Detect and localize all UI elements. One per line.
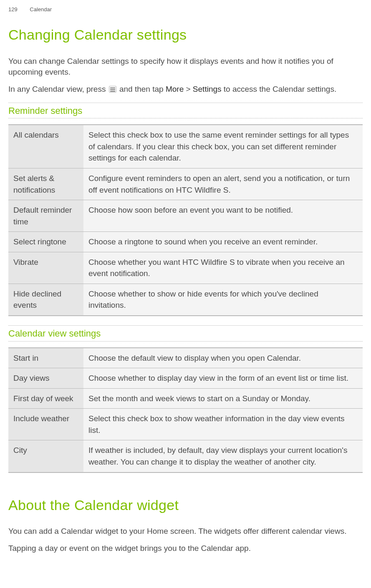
gt-separator: > — [186, 85, 192, 93]
setting-label: Vibrate — [8, 252, 83, 284]
setting-label: Default reminder time — [8, 200, 83, 232]
setting-description: Choose a ringtone to sound when you rece… — [83, 232, 363, 252]
setting-description: Choose how soon before an event you want… — [83, 200, 363, 232]
setting-description: Choose whether you want HTC Wildfire S t… — [83, 252, 363, 284]
setting-label: City — [8, 440, 83, 472]
settings-label: Settings — [193, 85, 222, 93]
setting-label: Hide declined events — [8, 284, 83, 316]
setting-description: Set the month and week views to start on… — [83, 388, 363, 409]
setting-label: Start in — [8, 348, 83, 368]
intro2-tail: to access the Calendar settings. — [224, 85, 336, 93]
setting-label: All calendars — [8, 125, 83, 168]
setting-description: Choose whether to show or hide events fo… — [83, 284, 363, 316]
widget-paragraph-1: You can add a Calendar widget to your Ho… — [8, 526, 363, 537]
setting-description: Configure event reminders to open an ale… — [83, 168, 363, 200]
more-label: More — [166, 85, 184, 93]
table-row: All calendarsSelect this check box to us… — [8, 125, 363, 168]
table-row: Hide declined eventsChoose whether to sh… — [8, 284, 363, 316]
menu-icon — [109, 86, 116, 93]
intro-paragraph-1: You can change Calendar settings to spec… — [8, 56, 363, 78]
setting-description: Select this check box to show weather in… — [83, 409, 363, 440]
divider — [8, 118, 363, 118]
section-name: Calendar — [30, 6, 52, 13]
setting-label: Select ringtone — [8, 232, 83, 252]
setting-label: Set alerts & notifications — [8, 168, 83, 200]
table-row: First day of weekSet the month and week … — [8, 388, 363, 409]
widget-title: About the Calendar widget — [8, 495, 363, 515]
table-row: Default reminder timeChoose how soon bef… — [8, 200, 363, 232]
setting-label: Include weather — [8, 409, 83, 440]
table-row: VibrateChoose whether you want HTC Wildf… — [8, 252, 363, 284]
page-number: 129 — [8, 6, 18, 13]
setting-description: If weather is included, by default, day … — [83, 440, 363, 472]
widget-paragraph-2: Tapping a day or event on the widget bri… — [8, 543, 363, 554]
page-title: Changing Calendar settings — [8, 25, 363, 45]
setting-label: Day views — [8, 368, 83, 389]
table-row: Include weatherSelect this check box to … — [8, 409, 363, 440]
intro2-pre: In any Calendar view, press — [8, 85, 108, 93]
table-row: Select ringtoneChoose a ringtone to soun… — [8, 232, 363, 252]
calendar-view-settings-table: Start inChoose the default view to displ… — [8, 347, 363, 473]
page-header: 129 Calendar — [8, 6, 363, 13]
divider — [8, 341, 363, 342]
table-row: Set alerts & notificationsConfigure even… — [8, 168, 363, 200]
table-row: CityIf weather is included, by default, … — [8, 440, 363, 472]
intro2-post-a: and then tap — [119, 85, 166, 93]
table-row: Day viewsChoose whether to display day v… — [8, 368, 363, 389]
setting-label: First day of week — [8, 388, 83, 409]
setting-description: Select this check box to use the same ev… — [83, 125, 363, 168]
intro-paragraph-2: In any Calendar view, press and then tap… — [8, 84, 363, 95]
table-row: Start inChoose the default view to displ… — [8, 348, 363, 368]
reminder-settings-heading: Reminder settings — [8, 103, 363, 118]
calendar-view-settings-heading: Calendar view settings — [8, 326, 363, 340]
setting-description: Choose the default view to display when … — [83, 348, 363, 368]
setting-description: Choose whether to display day view in th… — [83, 368, 363, 389]
reminder-settings-table: All calendarsSelect this check box to us… — [8, 124, 363, 316]
